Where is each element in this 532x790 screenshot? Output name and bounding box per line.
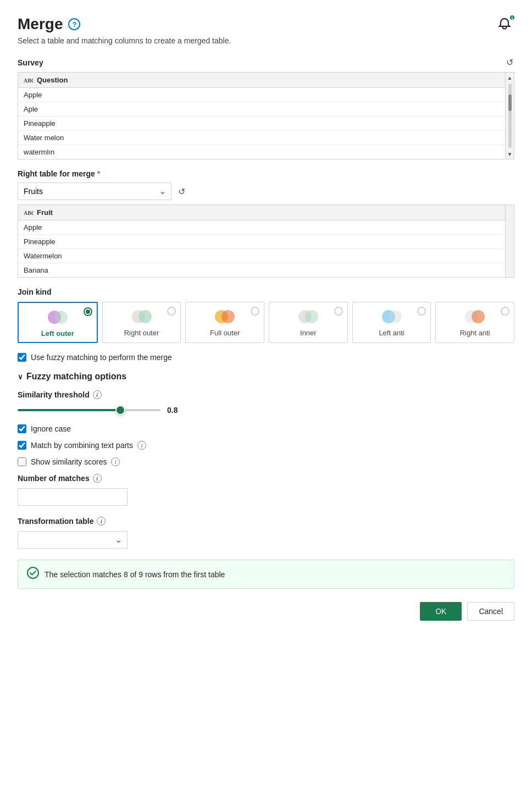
ignore-case-label[interactable]: Ignore case	[31, 424, 71, 433]
cancel-button[interactable]: Cancel	[467, 602, 514, 621]
inner-icon	[296, 308, 320, 325]
scroll-up-arrow[interactable]: ▲	[506, 74, 514, 81]
ok-button[interactable]: OK	[420, 602, 462, 621]
svg-point-5	[138, 310, 152, 323]
table-row[interactable]: Apple	[18, 88, 505, 102]
show-similarity-info[interactable]: i	[111, 457, 120, 466]
fuzzy-matching-label[interactable]: Use fuzzy matching to perform the merge	[31, 353, 172, 362]
table-row[interactable]: Water melon	[18, 131, 505, 145]
fruits-table: ABC Fruit ApplePineappleWatermelonBanana	[18, 205, 514, 278]
join-inner[interactable]: Inner	[269, 302, 348, 343]
similarity-threshold-info[interactable]: i	[93, 390, 102, 399]
slider-container	[18, 405, 160, 416]
footer-buttons: OK Cancel	[18, 602, 514, 621]
right-table-dropdown-row: Fruits ↺	[18, 183, 514, 200]
ignore-case-row: Ignore case	[18, 424, 514, 433]
left-outer-radio	[84, 307, 92, 316]
join-right-outer[interactable]: Right outer	[102, 302, 181, 343]
match-combining-label[interactable]: Match by combining text parts	[31, 441, 133, 450]
svg-point-11	[389, 310, 402, 323]
ignore-case-checkbox[interactable]	[18, 424, 26, 433]
right-anti-radio	[501, 307, 509, 316]
page-title: Merge	[18, 15, 63, 33]
match-status-banner: The selection matches 8 of 9 rows from t…	[18, 560, 514, 589]
left-outer-label: Left outer	[41, 329, 74, 338]
survey-col-icon: ABC	[24, 76, 34, 84]
survey-scrollbar[interactable]: ▲ ▼	[505, 73, 514, 159]
join-left-anti[interactable]: Left anti	[352, 302, 431, 343]
survey-col-header: Question	[37, 76, 68, 84]
svg-point-9	[305, 310, 318, 323]
right-table-refresh-button[interactable]: ↺	[177, 185, 186, 198]
full-outer-radio	[251, 307, 259, 316]
right-anti-icon	[463, 308, 487, 325]
right-outer-radio	[167, 307, 176, 316]
fuzzy-options-title[interactable]: ∨ Fuzzy matching options	[18, 372, 514, 382]
scroll-track	[508, 84, 512, 148]
transformation-table-dropdown-wrapper[interactable]	[18, 531, 128, 549]
fruits-table-header: ABC Fruit	[18, 205, 505, 220]
slider-row: 0.8	[18, 405, 514, 416]
similarity-threshold-row: Similarity threshold i	[18, 390, 514, 399]
help-icon[interactable]: ?	[68, 18, 80, 30]
table-row[interactable]: Pineapple	[18, 235, 505, 249]
table-row[interactable]: Apple	[18, 220, 505, 235]
scroll-thumb	[508, 95, 512, 111]
slider-thumb	[115, 405, 125, 415]
table-row[interactable]: Banana	[18, 263, 505, 277]
show-similarity-checkbox[interactable]	[18, 457, 26, 466]
match-status-icon	[27, 567, 39, 582]
join-right-anti[interactable]: Right anti	[435, 302, 514, 343]
match-combining-checkbox[interactable]	[18, 441, 26, 450]
number-of-matches-info[interactable]: i	[93, 474, 102, 483]
fuzzy-matching-row: Use fuzzy matching to perform the merge	[18, 353, 514, 362]
survey-table-body: AppleAplePineappleWater melonwatermlın	[18, 88, 505, 159]
transformation-table-info[interactable]: i	[97, 517, 106, 526]
table-row[interactable]: Aple	[18, 102, 505, 117]
scroll-down-arrow[interactable]: ▼	[506, 150, 514, 158]
full-outer-label: Full outer	[210, 329, 240, 337]
fuzzy-matching-checkbox[interactable]	[18, 353, 26, 362]
table-row[interactable]: Pineapple	[18, 117, 505, 131]
match-status-text: The selection matches 8 of 9 rows from t…	[45, 570, 225, 579]
collapse-chevron: ∨	[18, 373, 23, 381]
page-subtitle: Select a table and matching columns to c…	[18, 36, 514, 45]
table-row[interactable]: Watermelon	[18, 249, 505, 263]
table-row[interactable]: watermlın	[18, 145, 505, 159]
join-full-outer[interactable]: Full outer	[185, 302, 264, 343]
required-indicator: *	[97, 169, 100, 178]
survey-refresh-button[interactable]: ↺	[505, 56, 514, 69]
right-table-select[interactable]: Fruits	[18, 183, 171, 200]
show-similarity-row: Show similarity scores i	[18, 457, 514, 466]
transformation-table-label-row: Transformation table i	[18, 517, 514, 526]
fruits-col-icon: ABC	[24, 209, 34, 217]
fruits-scrollbar	[505, 205, 514, 277]
slider-track	[18, 409, 160, 411]
svg-point-14	[27, 567, 38, 578]
left-anti-label: Left anti	[379, 329, 404, 337]
match-combining-row: Match by combining text parts i	[18, 441, 514, 450]
notifications-bell[interactable]: 1	[497, 15, 514, 33]
fruits-col-header: Fruit	[37, 208, 53, 217]
svg-point-7	[221, 310, 235, 323]
right-table-label: Right table for merge	[18, 169, 95, 178]
right-anti-label: Right anti	[460, 329, 490, 337]
survey-table-header: ABC Question	[18, 73, 505, 88]
show-similarity-label[interactable]: Show similarity scores	[31, 457, 107, 466]
left-outer-icon	[46, 308, 70, 326]
similarity-threshold-label: Similarity threshold	[18, 390, 90, 399]
svg-point-13	[472, 310, 485, 323]
transformation-table-select[interactable]	[18, 531, 128, 549]
join-left-outer[interactable]: Left outer	[18, 302, 98, 343]
fuzzy-options-section: ∨ Fuzzy matching options Similarity thre…	[18, 372, 514, 549]
svg-text:ABC: ABC	[24, 78, 34, 84]
svg-text:ABC: ABC	[24, 210, 34, 216]
number-of-matches-input[interactable]	[18, 488, 128, 506]
inner-radio	[334, 307, 343, 316]
match-combining-info[interactable]: i	[137, 441, 146, 450]
transformation-table-label: Transformation table	[18, 517, 93, 526]
join-kind-label: Join kind	[18, 288, 514, 296]
right-table-dropdown-wrapper[interactable]: Fruits	[18, 183, 171, 200]
slider-value: 0.8	[167, 406, 184, 415]
left-anti-icon	[380, 308, 404, 325]
